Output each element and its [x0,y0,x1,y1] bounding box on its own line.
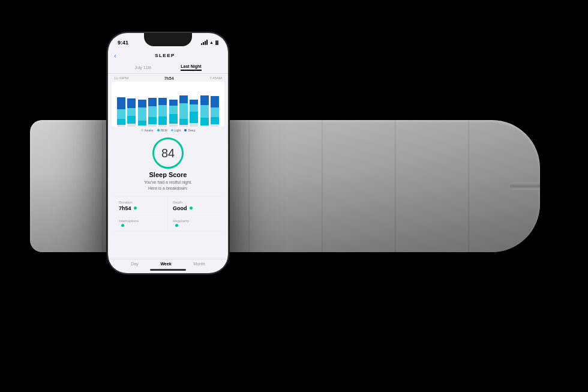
stat-interruptions-row [119,224,163,227]
chart-segment-light [138,107,146,121]
chart-segment-rem [148,117,157,124]
phone-notch [144,33,192,46]
chart-segment-deep [127,98,136,108]
legend-item-light: Light [171,128,181,132]
stat-duration-label: Duration [119,201,163,204]
chart-segment-rem [200,118,209,125]
date-tab-0[interactable]: July 11th [134,65,151,70]
chart-segment-deep [179,95,188,103]
stat-regularity: Regularity [168,216,222,231]
sleep-chart [112,82,224,127]
bottom-nav-week[interactable]: Week [160,262,171,266]
stat-interruptions-dot [121,224,124,227]
stat-regularity-row [173,224,217,227]
chart-segment-awake [158,125,167,127]
chart-segment-deep [190,100,198,104]
pad-cord [510,182,540,190]
chart-segment-deep [200,95,209,105]
phone: 9:41 ▲ ▓ ‹ SLEEP [108,33,228,273]
stat-duration: Duration 7h54 [114,197,168,216]
bottom-nav-day[interactable]: Day [131,262,138,266]
stat-interruptions-label: Interruptions [119,219,163,223]
score-desc: You've had a restful night.Here is a bre… [132,179,204,191]
chart-segment-awake [211,124,219,127]
chart-segment-light [211,107,219,117]
chart-segment-deep [138,100,146,107]
chart-segment-rem [117,119,125,125]
legend-item-awake: Awake [141,128,154,132]
bottom-nav-month[interactable]: Month [193,262,205,266]
legend-label: Deep [188,128,195,132]
stat-depth-label: Depth [173,201,217,204]
chart-segment-deep [117,97,125,109]
chart-segment-deep [211,96,219,108]
stat-depth-row: Good [173,205,217,211]
chart-segment-light [158,105,167,117]
chart-segment-rem [127,116,136,124]
chart-bar-group [189,88,199,127]
chart-segment-rem [179,119,188,125]
stat-duration-row: 7h54 [119,205,163,211]
score-title: Sleep Score [149,171,187,178]
chart-segment-light [200,105,209,118]
stat-depth-value: Good [173,205,187,211]
stat-interruptions: Interruptions [114,216,168,231]
score-section: 84 Sleep Score You've had a restful nigh… [108,134,228,194]
chart-segment-deep [169,100,178,106]
legend-dot [157,129,160,131]
chart-bar-group [210,88,220,127]
legend-item-rem: REM [157,128,167,132]
chart-segment-awake [190,123,198,127]
chart-segment-awake [138,125,146,127]
legend-dot [171,129,173,131]
start-time: 11:49PM [114,76,128,80]
home-indicator [150,269,186,271]
legend-item-deep: Deep [184,128,195,132]
legend-dot [184,129,187,131]
stat-depth-dot [190,207,193,210]
legend-label: REM [161,128,167,132]
chart-bar-group [169,88,178,127]
date-tab-1[interactable]: Last Night [181,64,201,71]
phone-screen: 9:41 ▲ ▓ ‹ SLEEP [108,33,228,273]
chart-bar-group [158,88,167,127]
time-bar: 11:49PM 7h54 7:45AM [108,74,228,82]
nav-title: SLEEP [116,53,214,58]
chart-bar-group [200,88,209,127]
bottom-nav: Day Week Month [108,259,228,268]
legend-label: Awake [145,128,154,132]
chart-segment-rem [169,114,178,124]
chart-segment-light [169,106,178,114]
status-time: 9:41 [118,40,128,46]
stat-duration-dot [134,207,137,210]
chart-bar-group [137,88,147,127]
stats-grid: Duration 7h54 Depth Good Interruptions [114,196,222,231]
chart-bar-group [127,88,136,127]
battery-icon: ▓ [215,40,218,45]
sleep-pad [30,120,540,252]
chart-segment-awake [169,124,178,127]
phone-wrapper: 9:41 ▲ ▓ ‹ SLEEP [108,33,228,273]
chart-bar-group [179,88,188,127]
stat-regularity-dot [175,224,178,227]
score-number: 84 [161,146,175,160]
chart-segment-deep [158,98,167,105]
stat-duration-value: 7h54 [119,205,131,211]
chart-segment-light [179,103,188,119]
chart-segment-light [148,106,157,117]
chart-segment-rem [138,121,146,125]
chart-segment-awake [148,124,157,127]
signal-icon [201,40,208,45]
chart-legend: AwakeREMLightDeep [108,127,228,134]
nav-bar: ‹ SLEEP [108,49,228,62]
chart-segment-awake [179,125,188,127]
stat-regularity-label: Regularity [173,219,217,223]
chart-segment-rem [211,117,219,124]
legend-dot [141,129,143,131]
score-circle: 84 [152,137,184,169]
stat-depth: Depth Good [168,197,222,216]
chart-bar-group [148,88,157,127]
chart-segment-light [127,108,136,116]
chart-segment-deep [148,98,157,106]
chart-segment-awake [117,125,125,127]
